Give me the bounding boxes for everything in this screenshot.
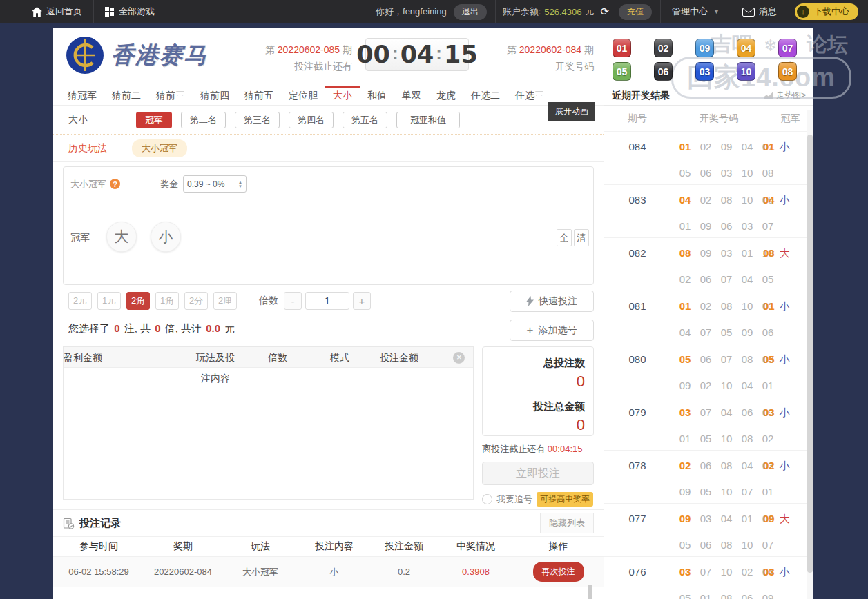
bonus-select[interactable]: 0.39 ~ 0% ▲▼ [183,175,247,193]
champion-size: 小 [780,460,790,471]
result-numbers-line2: 0905100701 [675,486,778,498]
result-ball: 07 [778,39,797,57]
tab-大小[interactable]: 大小 [325,86,360,105]
download-center-button[interactable]: ↓ 下载中心 [795,3,858,20]
result-number: 06 [758,326,778,338]
result-number: 08 [675,247,695,259]
select-all-button[interactable]: 全 [557,229,572,246]
amount-section: 2元1元2角1角2分2厘 倍数 - + 快速投注 + 添加选号 您选择了 0 注… [53,285,604,335]
spinner-icon: ▲▼ [238,180,242,188]
position-option[interactable]: 冠军 [136,112,172,128]
total-bets-value: 0 [491,373,585,391]
help-icon[interactable]: ? [110,179,120,189]
summary-times: 0 [153,322,162,334]
record-content: 小 [299,566,369,578]
option-big-button[interactable]: 大 [106,222,137,252]
result-number: 06 [695,273,716,285]
bonus-label: 奖金 [160,178,178,190]
position-option[interactable]: 第五名 [343,112,387,128]
multiplier-minus-button[interactable]: - [284,292,302,310]
multiplier-plus-button[interactable]: + [353,292,371,310]
messages-label: 消息 [759,6,777,18]
tab-猜前二[interactable]: 猜前二 [104,86,148,105]
result-number: 02 [695,380,716,391]
tab-定位胆[interactable]: 定位胆 [281,86,325,105]
results-body: 0840102090407050603100801小08304020810050… [604,132,813,599]
tab-龙虎[interactable]: 龙虎 [429,86,463,105]
result-ball: 01 [613,39,631,57]
tab-单双[interactable]: 单双 [394,86,429,105]
result-numbers-line2: 0506031008 [675,167,778,179]
champion-size: 小 [780,300,790,312]
tab-猜前五[interactable]: 猜前五 [237,86,281,105]
home-link[interactable]: 返回首页 [21,0,93,23]
result-period: 079 [604,406,671,418]
messages-link[interactable]: 消息 [731,0,788,23]
last-period-block: 第 20220602-084 期 开奖号码 [473,41,594,75]
game-header: 香港赛马 第 20220602-085 期 投注截止还有 00:04:15 第 … [53,28,813,86]
position-subnav: 大小 冠军第二名第三名第四名第五名冠亚和值 [53,106,604,135]
all-games-link[interactable]: 全部游戏 [94,0,166,23]
results-title: 近期开奖结果 [612,90,670,102]
rebet-button[interactable]: 再次投注 [533,562,584,582]
result-number: 03 [675,566,695,578]
result-champion: 08大 [763,247,790,260]
champion-size: 大 [780,247,790,259]
denomination-chip[interactable]: 2角 [126,292,150,310]
logout-button[interactable]: 退出 [454,4,487,20]
tab-任选二[interactable]: 任选二 [463,86,508,105]
tab-猜前四[interactable]: 猜前四 [193,86,237,105]
trend-chart-link[interactable]: 走势图> [764,90,806,101]
lightning-icon [526,296,534,306]
result-number: 09 [675,486,695,498]
results-scrollbar-thumb[interactable] [807,135,813,573]
position-option[interactable]: 第三名 [235,112,280,128]
result-number: 04 [716,513,737,524]
records-scrollbar-thumb[interactable] [588,585,592,599]
result-number: 02 [695,194,716,206]
result-period: 080 [604,353,671,365]
position-option[interactable]: 第二名 [181,112,226,128]
records-icon [63,518,75,529]
result-period: 084 [604,141,671,153]
tab-和值[interactable]: 和值 [360,86,394,105]
records-column: 参与时间 [53,540,144,553]
option-small-button[interactable]: 小 [151,222,181,252]
result-number: 10 [716,566,737,578]
record-row: 06-02 15:58:2920220602-084大小冠军小0.20.3908… [53,557,604,587]
add-selection-button[interactable]: + 添加选号 [510,320,594,341]
clear-button[interactable]: 清 [574,229,589,246]
tab-任选三[interactable]: 任选三 [508,86,552,105]
hide-list-button[interactable]: 隐藏列表 [540,513,594,533]
recharge-button[interactable]: 充值 [619,4,652,20]
chase-radio[interactable] [482,494,492,504]
tab-猜冠军[interactable]: 猜冠军 [60,86,104,105]
result-ball: 02 [654,39,673,57]
result-ball: 04 [737,39,755,57]
result-number: 07 [695,406,716,418]
result-ball: 05 [613,62,631,81]
admin-center-menu[interactable]: 管理中心 ▼ [661,0,731,23]
denomination-chip[interactable]: 1元 [97,292,121,310]
multiplier-input[interactable] [305,292,349,310]
record-result: 0.3908 [438,567,513,577]
denomination-chip[interactable]: 1角 [155,292,179,310]
result-number: 06 [716,220,737,232]
result-number: 08 [716,539,737,551]
denomination-chip[interactable]: 2厘 [213,292,237,310]
position-option[interactable]: 第四名 [289,112,334,128]
tab-猜前三[interactable]: 猜前三 [148,86,193,105]
expand-animation-button[interactable]: 展开动画 [548,102,595,121]
close-icon[interactable]: × [453,352,465,364]
history-play-link[interactable]: 历史玩法 [68,142,107,155]
position-option[interactable]: 冠亚和值 [396,112,460,128]
result-number: 09 [695,247,716,259]
refresh-icon[interactable]: ⟳ [601,6,610,18]
result-number: 07 [758,539,778,551]
game-tabs: 猜冠军猜前二猜前三猜前四猜前五定位胆大小和值单双龙虎任选二任选三 [53,86,604,106]
quick-bet-button[interactable]: 快速投注 [510,291,594,312]
bet-now-button[interactable]: 立即投注 [482,462,594,485]
current-play-tag[interactable]: 大小冠军 [132,139,187,157]
denomination-chip[interactable]: 2元 [68,292,92,310]
denomination-chip[interactable]: 2分 [184,292,208,310]
